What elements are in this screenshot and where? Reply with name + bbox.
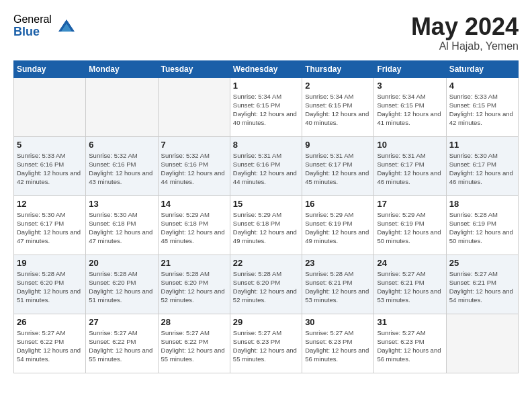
month-year: May 2024 xyxy=(411,13,519,40)
col-wednesday: Wednesday xyxy=(230,60,302,77)
sun-info: Sunrise: 5:29 AMSunset: 6:19 PMDaylight:… xyxy=(377,210,443,246)
sun-info: Sunrise: 5:34 AMSunset: 6:15 PMDaylight:… xyxy=(233,92,299,128)
day-number: 4 xyxy=(449,81,515,91)
day-number: 21 xyxy=(161,258,227,268)
table-row: 27Sunrise: 5:27 AMSunset: 6:22 PMDayligh… xyxy=(86,314,158,373)
sun-info: Sunrise: 5:32 AMSunset: 6:16 PMDaylight:… xyxy=(89,151,154,187)
day-number: 30 xyxy=(305,317,371,327)
table-row: 19Sunrise: 5:28 AMSunset: 6:20 PMDayligh… xyxy=(14,255,86,314)
sun-info: Sunrise: 5:33 AMSunset: 6:15 PMDaylight:… xyxy=(449,92,515,128)
col-saturday: Saturday xyxy=(446,60,518,77)
col-sunday: Sunday xyxy=(14,60,86,77)
table-row: 20Sunrise: 5:28 AMSunset: 6:20 PMDayligh… xyxy=(86,255,158,314)
table-row: 12Sunrise: 5:30 AMSunset: 6:17 PMDayligh… xyxy=(14,195,86,255)
sun-info: Sunrise: 5:28 AMSunset: 6:20 PMDaylight:… xyxy=(17,269,83,305)
sun-info: Sunrise: 5:27 AMSunset: 6:23 PMDaylight:… xyxy=(233,328,299,364)
table-row: 3Sunrise: 5:34 AMSunset: 6:15 PMDaylight… xyxy=(374,77,446,136)
table-row: 31Sunrise: 5:27 AMSunset: 6:23 PMDayligh… xyxy=(374,314,446,373)
day-number: 15 xyxy=(233,199,299,209)
table-row: 15Sunrise: 5:29 AMSunset: 6:18 PMDayligh… xyxy=(230,195,302,255)
day-number: 22 xyxy=(233,258,299,268)
day-number: 20 xyxy=(89,258,154,268)
table-row: 4Sunrise: 5:33 AMSunset: 6:15 PMDaylight… xyxy=(446,77,518,136)
table-row: 8Sunrise: 5:31 AMSunset: 6:16 PMDaylight… xyxy=(230,136,302,195)
day-number: 3 xyxy=(377,81,443,91)
table-row: 23Sunrise: 5:28 AMSunset: 6:21 PMDayligh… xyxy=(302,255,374,314)
day-number: 28 xyxy=(161,317,227,327)
page: General Blue May 2024 Al Hajab, Yemen Su… xyxy=(0,0,532,411)
day-number: 24 xyxy=(377,258,443,268)
table-row: 7Sunrise: 5:32 AMSunset: 6:16 PMDaylight… xyxy=(158,136,230,195)
table-row: 26Sunrise: 5:27 AMSunset: 6:22 PMDayligh… xyxy=(14,314,86,373)
day-number: 17 xyxy=(377,199,443,209)
table-row xyxy=(446,314,518,373)
day-number: 6 xyxy=(89,140,154,150)
sun-info: Sunrise: 5:27 AMSunset: 6:22 PMDaylight:… xyxy=(161,328,227,364)
col-monday: Monday xyxy=(86,60,158,77)
sun-info: Sunrise: 5:28 AMSunset: 6:20 PMDaylight:… xyxy=(161,269,227,305)
sun-info: Sunrise: 5:30 AMSunset: 6:17 PMDaylight:… xyxy=(17,210,83,246)
table-row xyxy=(14,77,86,136)
sun-info: Sunrise: 5:28 AMSunset: 6:19 PMDaylight:… xyxy=(449,210,515,246)
table-row: 5Sunrise: 5:33 AMSunset: 6:16 PMDaylight… xyxy=(14,136,86,195)
day-number: 25 xyxy=(449,258,515,268)
day-number: 13 xyxy=(89,199,154,209)
day-number: 5 xyxy=(17,140,83,150)
table-row: 21Sunrise: 5:28 AMSunset: 6:20 PMDayligh… xyxy=(158,255,230,314)
day-number: 31 xyxy=(377,317,443,327)
table-row: 30Sunrise: 5:27 AMSunset: 6:23 PMDayligh… xyxy=(302,314,374,373)
calendar-week-row: 19Sunrise: 5:28 AMSunset: 6:20 PMDayligh… xyxy=(14,255,519,314)
sun-info: Sunrise: 5:31 AMSunset: 6:16 PMDaylight:… xyxy=(233,151,299,187)
logo-icon xyxy=(57,17,76,36)
logo-text: General Blue xyxy=(13,13,52,38)
day-number: 10 xyxy=(377,140,443,150)
sun-info: Sunrise: 5:27 AMSunset: 6:21 PMDaylight:… xyxy=(449,269,515,305)
sun-info: Sunrise: 5:27 AMSunset: 6:22 PMDaylight:… xyxy=(17,328,83,364)
sun-info: Sunrise: 5:29 AMSunset: 6:19 PMDaylight:… xyxy=(305,210,371,246)
sun-info: Sunrise: 5:27 AMSunset: 6:22 PMDaylight:… xyxy=(89,328,154,364)
calendar-week-row: 1Sunrise: 5:34 AMSunset: 6:15 PMDaylight… xyxy=(14,77,519,136)
table-row: 9Sunrise: 5:31 AMSunset: 6:17 PMDaylight… xyxy=(302,136,374,195)
col-tuesday: Tuesday xyxy=(158,60,230,77)
header: General Blue May 2024 Al Hajab, Yemen xyxy=(13,13,519,52)
title-block: May 2024 Al Hajab, Yemen xyxy=(411,13,519,52)
logo-general: General xyxy=(13,13,52,26)
sun-info: Sunrise: 5:33 AMSunset: 6:16 PMDaylight:… xyxy=(17,151,83,187)
table-row: 22Sunrise: 5:28 AMSunset: 6:20 PMDayligh… xyxy=(230,255,302,314)
day-number: 16 xyxy=(305,199,371,209)
table-row xyxy=(158,77,230,136)
table-row: 11Sunrise: 5:30 AMSunset: 6:17 PMDayligh… xyxy=(446,136,518,195)
sun-info: Sunrise: 5:30 AMSunset: 6:18 PMDaylight:… xyxy=(89,210,154,246)
day-number: 11 xyxy=(449,140,515,150)
col-friday: Friday xyxy=(374,60,446,77)
table-row: 2Sunrise: 5:34 AMSunset: 6:15 PMDaylight… xyxy=(302,77,374,136)
sun-info: Sunrise: 5:27 AMSunset: 6:23 PMDaylight:… xyxy=(305,328,371,364)
day-number: 29 xyxy=(233,317,299,327)
table-row: 16Sunrise: 5:29 AMSunset: 6:19 PMDayligh… xyxy=(302,195,374,255)
day-number: 27 xyxy=(89,317,154,327)
sun-info: Sunrise: 5:29 AMSunset: 6:18 PMDaylight:… xyxy=(233,210,299,246)
table-row: 14Sunrise: 5:29 AMSunset: 6:18 PMDayligh… xyxy=(158,195,230,255)
day-number: 18 xyxy=(449,199,515,209)
day-number: 8 xyxy=(233,140,299,150)
sun-info: Sunrise: 5:27 AMSunset: 6:23 PMDaylight:… xyxy=(377,328,443,364)
calendar-week-row: 12Sunrise: 5:30 AMSunset: 6:17 PMDayligh… xyxy=(14,195,519,255)
table-row: 24Sunrise: 5:27 AMSunset: 6:21 PMDayligh… xyxy=(374,255,446,314)
day-number: 12 xyxy=(17,199,83,209)
sun-info: Sunrise: 5:29 AMSunset: 6:18 PMDaylight:… xyxy=(161,210,227,246)
sun-info: Sunrise: 5:30 AMSunset: 6:17 PMDaylight:… xyxy=(449,151,515,187)
sun-info: Sunrise: 5:31 AMSunset: 6:17 PMDaylight:… xyxy=(305,151,371,187)
table-row: 28Sunrise: 5:27 AMSunset: 6:22 PMDayligh… xyxy=(158,314,230,373)
col-thursday: Thursday xyxy=(302,60,374,77)
day-number: 14 xyxy=(161,199,227,209)
table-row: 6Sunrise: 5:32 AMSunset: 6:16 PMDaylight… xyxy=(86,136,158,195)
day-number: 23 xyxy=(305,258,371,268)
sun-info: Sunrise: 5:32 AMSunset: 6:16 PMDaylight:… xyxy=(161,151,227,187)
table-row xyxy=(86,77,158,136)
day-number: 26 xyxy=(17,317,83,327)
day-number: 9 xyxy=(305,140,371,150)
day-number: 1 xyxy=(233,81,299,91)
day-number: 2 xyxy=(305,81,371,91)
calendar-header-row: Sunday Monday Tuesday Wednesday Thursday… xyxy=(14,60,519,77)
calendar-week-row: 5Sunrise: 5:33 AMSunset: 6:16 PMDaylight… xyxy=(14,136,519,195)
